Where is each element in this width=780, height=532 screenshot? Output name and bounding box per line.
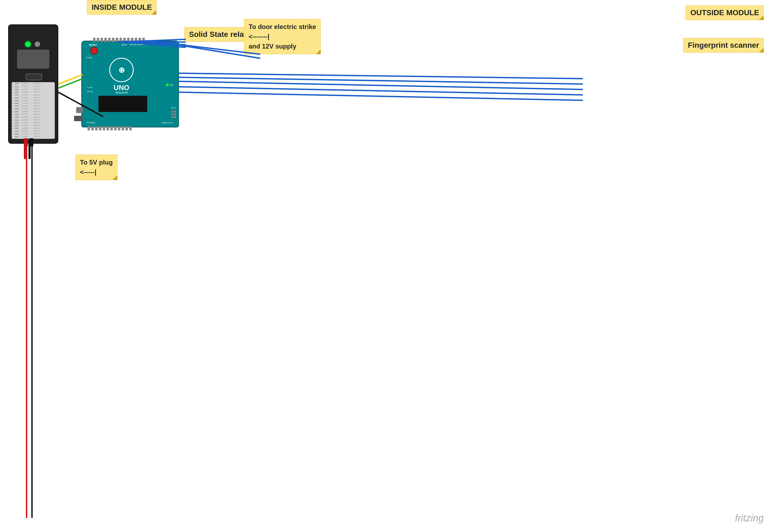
- power-jack: [74, 116, 83, 121]
- rx-label: RX ►: [87, 90, 93, 93]
- svg-line-5: [179, 77, 583, 84]
- arduino-logo-circle: ⊕: [109, 58, 134, 82]
- arduino-pin: [104, 38, 107, 42]
- bottom-pins: [88, 126, 132, 131]
- svg-line-11: [58, 75, 83, 84]
- fritzing-watermark: fritzing: [735, 513, 764, 524]
- fingerprint-label: Fingerprint scanner: [683, 38, 764, 53]
- led-green: [25, 42, 31, 47]
- svg-line-8: [179, 92, 583, 100]
- svg-line-7: [179, 87, 583, 95]
- arduino-brand-label: Arduino®: [108, 91, 135, 94]
- arduino-reset-button[interactable]: [90, 47, 98, 54]
- arduino-pin: [124, 38, 126, 42]
- arduino-pin: [101, 38, 103, 42]
- digital-label: DIGITAL (PWM~): [130, 44, 144, 46]
- arduino-pin: [142, 38, 145, 42]
- arduino-pin: [135, 38, 137, 42]
- arduino-main-chip: [98, 96, 147, 112]
- inside-module-label: INSIDE MODULE: [87, 0, 156, 15]
- aref-label: AREF: [121, 44, 127, 46]
- tx-label: TX ►: [87, 86, 92, 89]
- icsp2-label: ICSP2: [86, 56, 92, 59]
- arduino-pin: [139, 38, 141, 42]
- arduino-pin: [131, 38, 133, 42]
- arduino-pin: [116, 38, 118, 42]
- module-button: [26, 74, 42, 80]
- module-slot: [17, 50, 49, 68]
- led-gray: [35, 42, 40, 47]
- solid-state-relay-label: Solid State relay: [184, 27, 253, 42]
- door-strike-label: To door electric strike <-------| and 12…: [244, 19, 321, 54]
- svg-line-4: [179, 73, 583, 79]
- arduino-uno-board: RESET ICSP2 AREF DIGITAL (PWM~) ⊕ UNO Ar…: [81, 41, 179, 128]
- outside-module-label: OUTSIDE MODULE: [686, 5, 764, 20]
- usb-connector: [76, 107, 83, 113]
- power-label: POWER: [87, 122, 95, 124]
- icsp-pins: [172, 111, 176, 118]
- arduino-pin: [97, 38, 99, 42]
- reset-label: RESET: [89, 44, 97, 46]
- icsp-label: ICSP: [171, 106, 176, 109]
- inside-module-box: AAAAA AAAAA AAAAA AAAAA BBBBBBBBBBBBBBBB…: [8, 25, 58, 144]
- on-indicator: ON: [166, 84, 174, 86]
- svg-line-12: [58, 79, 83, 88]
- arduino-pin: [93, 38, 95, 42]
- arduino-pin: [108, 38, 111, 42]
- analog-in-label: ANALOG IN: [161, 122, 173, 124]
- power-plug-label: To 5V plug <-----|: [76, 154, 117, 180]
- arduino-pin: [112, 38, 114, 42]
- svg-line-6: [179, 81, 583, 90]
- arduino-pin: [127, 38, 130, 42]
- arduino-pin: [119, 38, 122, 42]
